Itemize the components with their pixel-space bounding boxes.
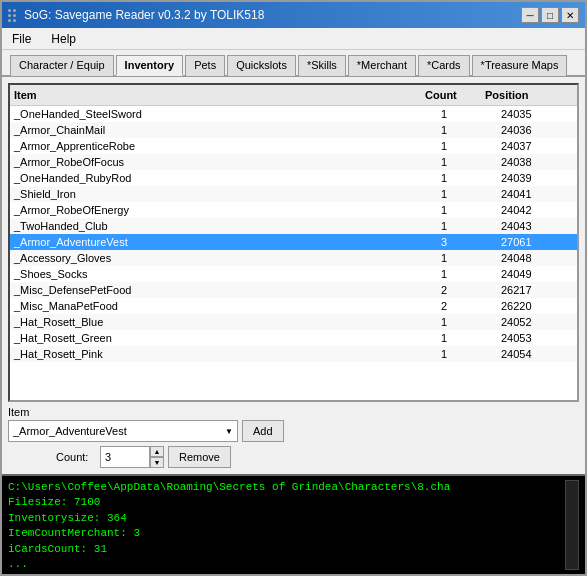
combo-arrow-icon: ▼: [225, 427, 233, 436]
menu-file[interactable]: File: [6, 30, 37, 48]
cell-position: 24038: [497, 155, 577, 169]
table-row[interactable]: _Armor_RobeOfEnergy 1 24042: [10, 202, 577, 218]
cell-count: 1: [437, 203, 497, 217]
cell-count: 1: [437, 123, 497, 137]
cell-position: 24036: [497, 123, 577, 137]
cell-item: _Misc_DefensePetFood: [10, 283, 437, 297]
cell-item: _Misc_ManaPetFood: [10, 299, 437, 313]
cell-count: 1: [437, 107, 497, 121]
maximize-button[interactable]: □: [541, 7, 559, 23]
table-row[interactable]: _Misc_ManaPetFood 2 26220: [10, 298, 577, 314]
tab-inventory[interactable]: Inventory: [116, 55, 184, 76]
table-row[interactable]: _TwoHanded_Club 1 24043: [10, 218, 577, 234]
console-output: C:\Users\Coffee\AppData\Roaming\Secrets …: [8, 480, 565, 570]
main-window: SoG: Savegame Reader v0.3.2 by TOLIK518 …: [0, 0, 587, 576]
table-row[interactable]: _Armor_AdventureVest 3 27061: [10, 234, 577, 250]
cell-item: _Armor_ApprenticeRobe: [10, 139, 437, 153]
title-bar: SoG: Savegame Reader v0.3.2 by TOLIK518 …: [2, 2, 585, 28]
console-line: Inventorysize: 364: [8, 511, 565, 526]
tab-merchant[interactable]: *Merchant: [348, 55, 416, 76]
close-button[interactable]: ✕: [561, 7, 579, 23]
table-body[interactable]: _OneHanded_SteelSword 1 24035 _Armor_Cha…: [10, 106, 577, 400]
console-area: C:\Users\Coffee\AppData\Roaming\Secrets …: [2, 474, 585, 574]
console-line: ...: [8, 557, 565, 572]
cell-position: 26220: [497, 299, 577, 313]
item-combo[interactable]: _Armor_AdventureVest ▼: [8, 420, 238, 442]
table-row[interactable]: _OneHanded_RubyRod 1 24039: [10, 170, 577, 186]
table-row[interactable]: _Shoes_Socks 1 24049: [10, 266, 577, 282]
spinner-up-button[interactable]: ▲: [150, 446, 164, 457]
count-row: Count: ▲ ▼ Remove: [56, 446, 579, 468]
title-bar-controls: ─ □ ✕: [521, 7, 579, 23]
tab-skills[interactable]: *Skills: [298, 55, 346, 76]
console-scrollbar[interactable]: [565, 480, 579, 570]
bottom-panel: Item _Armor_AdventureVest ▼ Add Count: ▲…: [8, 402, 579, 468]
cell-position: 24042: [497, 203, 577, 217]
cell-count: 1: [437, 155, 497, 169]
cell-position: 26217: [497, 283, 577, 297]
cell-position: 24037: [497, 139, 577, 153]
console-line: C:\Users\Coffee\AppData\Roaming\Secrets …: [8, 480, 565, 495]
cell-position: 24048: [497, 251, 577, 265]
cell-position: 24039: [497, 171, 577, 185]
table-row[interactable]: _Accessory_Gloves 1 24048: [10, 250, 577, 266]
add-button[interactable]: Add: [242, 420, 284, 442]
table-row[interactable]: _Hat_Rosett_Blue 1 24052: [10, 314, 577, 330]
cell-position: 24052: [497, 315, 577, 329]
cell-item: _Accessory_Gloves: [10, 251, 437, 265]
cell-position: 27061: [497, 235, 577, 249]
table-header: Item Count Position: [10, 85, 577, 106]
cell-count: 2: [437, 283, 497, 297]
cell-item: _Shield_Iron: [10, 187, 437, 201]
tabs-bar: Character / Equip Inventory Pets Quicksl…: [2, 50, 585, 77]
cell-count: 1: [437, 315, 497, 329]
cell-count: 1: [437, 139, 497, 153]
cell-count: 1: [437, 219, 497, 233]
cell-item: _Armor_AdventureVest: [10, 235, 437, 249]
count-input[interactable]: [100, 446, 150, 468]
cell-count: 1: [437, 187, 497, 201]
menu-help[interactable]: Help: [45, 30, 82, 48]
cell-count: 1: [437, 251, 497, 265]
cell-item: _Armor_RobeOfFocus: [10, 155, 437, 169]
cell-position: 24043: [497, 219, 577, 233]
cell-count: 2: [437, 299, 497, 313]
cell-item: _OneHanded_SteelSword: [10, 107, 437, 121]
tab-pets[interactable]: Pets: [185, 55, 225, 76]
table-row[interactable]: _Misc_DefensePetFood 2 26217: [10, 282, 577, 298]
tab-treasure[interactable]: *Treasure Maps: [472, 55, 568, 76]
header-position: Position: [481, 87, 561, 103]
cell-item: _TwoHanded_Club: [10, 219, 437, 233]
header-item: Item: [10, 87, 421, 103]
cell-position: 24049: [497, 267, 577, 281]
cell-count: 3: [437, 235, 497, 249]
remove-button[interactable]: Remove: [168, 446, 231, 468]
count-label: Count:: [56, 451, 96, 463]
count-spinner: ▲ ▼: [150, 446, 164, 468]
table-row[interactable]: _Shield_Iron 1 24041: [10, 186, 577, 202]
cell-position: 24041: [497, 187, 577, 201]
minimize-button[interactable]: ─: [521, 7, 539, 23]
table-row[interactable]: _Hat_Rosett_Pink 1 24054: [10, 346, 577, 362]
table-row[interactable]: _Hat_Rosett_Green 1 24053: [10, 330, 577, 346]
item-label: Item: [8, 406, 579, 418]
cell-count: 1: [437, 267, 497, 281]
cell-item: _Armor_RobeOfEnergy: [10, 203, 437, 217]
cell-item: _Armor_ChainMail: [10, 123, 437, 137]
window-title: SoG: Savegame Reader v0.3.2 by TOLIK518: [24, 8, 264, 22]
table-row[interactable]: _Armor_RobeOfFocus 1 24038: [10, 154, 577, 170]
table-row[interactable]: _Armor_ApprenticeRobe 1 24037: [10, 138, 577, 154]
cell-position: 24053: [497, 331, 577, 345]
spinner-down-button[interactable]: ▼: [150, 457, 164, 468]
tab-quickslots[interactable]: Quickslots: [227, 55, 296, 76]
table-row[interactable]: _Armor_ChainMail 1 24036: [10, 122, 577, 138]
cell-item: _Shoes_Socks: [10, 267, 437, 281]
tab-character[interactable]: Character / Equip: [10, 55, 114, 76]
cell-item: _Hat_Rosett_Pink: [10, 347, 437, 361]
inventory-table: Item Count Position _OneHanded_SteelSwor…: [8, 83, 579, 402]
cell-count: 1: [437, 331, 497, 345]
table-row[interactable]: _OneHanded_SteelSword 1 24035: [10, 106, 577, 122]
tab-cards[interactable]: *Cards: [418, 55, 470, 76]
console-line: ItemCountMerchant: 3: [8, 526, 565, 541]
cell-position: 24035: [497, 107, 577, 121]
